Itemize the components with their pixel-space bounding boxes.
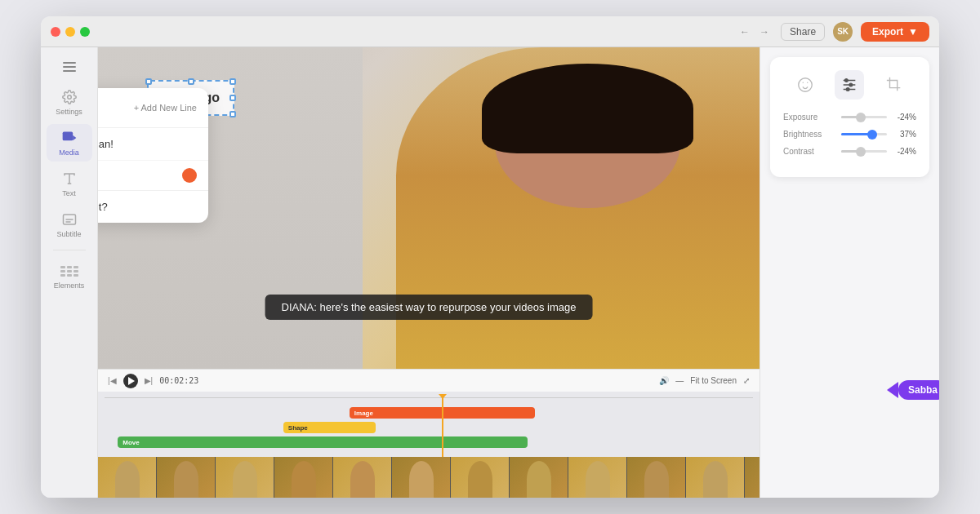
thumbnail-3[interactable] bbox=[216, 457, 274, 498]
exposure-fill bbox=[841, 116, 858, 118]
sidebar: Settings Media Text bbox=[41, 47, 98, 498]
sidebar-item-subtitle[interactable]: Subtitle bbox=[47, 206, 92, 243]
subtitle-text: DIANA: here's the easiest way to repurpo… bbox=[282, 301, 577, 313]
contrast-thumb[interactable] bbox=[856, 147, 866, 157]
contrast-label: Contrast bbox=[783, 147, 836, 156]
track-row-move: Move bbox=[98, 436, 760, 449]
brightness-slider[interactable] bbox=[841, 133, 887, 135]
tab-face[interactable] bbox=[791, 70, 820, 100]
exposure-value: -24% bbox=[892, 113, 916, 122]
hamburger-icon bbox=[60, 59, 79, 75]
timeline-tracks[interactable]: Image Shape Move bbox=[98, 392, 760, 457]
timeline-right-controls: 🔊 — Fit to Screen ⤢ bbox=[659, 376, 750, 385]
elements-icon bbox=[60, 262, 78, 280]
thumbnail-9[interactable] bbox=[568, 457, 627, 498]
thumbnail-8[interactable] bbox=[510, 457, 568, 498]
playhead-triangle bbox=[439, 394, 447, 399]
svg-point-14 bbox=[845, 79, 849, 82]
center-area: Logo Tim DIANA: here's th bbox=[98, 47, 760, 498]
resize-handle-tl[interactable] bbox=[145, 78, 152, 85]
fit-to-screen-label[interactable]: Fit to Screen bbox=[690, 376, 737, 385]
expand-icon[interactable]: ⤢ bbox=[743, 376, 750, 385]
thumbnail-12[interactable] bbox=[745, 457, 760, 498]
resize-handle-br[interactable] bbox=[229, 111, 236, 117]
close-button[interactable] bbox=[51, 27, 60, 37]
color-picker[interactable] bbox=[182, 168, 197, 183]
thumbnail-7[interactable] bbox=[451, 457, 510, 498]
track-row-shape: Shape bbox=[98, 421, 760, 434]
title-bar: ← → Share SK Export ▼ bbox=[41, 16, 939, 47]
thumbnail-5[interactable] bbox=[333, 457, 392, 498]
crop-icon bbox=[885, 76, 903, 94]
subtitle-format-bar: B I U S Color bbox=[98, 161, 208, 191]
svg-point-16 bbox=[847, 88, 850, 91]
track-clip-move[interactable]: Move bbox=[118, 436, 528, 448]
skip-forward-button[interactable]: ▶| bbox=[145, 376, 154, 385]
sidebar-item-settings[interactable]: Settings bbox=[47, 83, 92, 121]
text-icon bbox=[60, 170, 78, 188]
resize-handle-tm[interactable] bbox=[188, 78, 194, 85]
brightness-label: Brightness bbox=[783, 130, 836, 139]
thumbnail-11[interactable] bbox=[686, 457, 745, 498]
sidebar-item-elements[interactable]: Elements bbox=[47, 257, 92, 295]
person-hair bbox=[482, 64, 693, 153]
track-row-image: Image bbox=[98, 406, 760, 419]
exposure-thumb[interactable] bbox=[856, 113, 866, 122]
sidebar-hamburger[interactable] bbox=[47, 54, 92, 80]
nav-arrows: ← → bbox=[737, 24, 773, 40]
media-icon bbox=[60, 129, 78, 147]
svg-point-0 bbox=[67, 95, 71, 100]
exposure-row: Exposure -24% bbox=[783, 113, 916, 122]
subtitle-suffix: , man! bbox=[98, 138, 114, 150]
subtitle-line-2: STEFO: Haha... I know, right? bbox=[98, 191, 208, 223]
thumbnail-1[interactable] bbox=[98, 457, 157, 498]
skip-back-button[interactable]: |◀ bbox=[108, 376, 117, 385]
tab-sliders[interactable] bbox=[835, 70, 864, 100]
svg-point-15 bbox=[849, 83, 853, 86]
track-clip-shape[interactable]: Shape bbox=[283, 422, 376, 433]
svg-point-10 bbox=[799, 78, 813, 92]
resize-handle-mr[interactable] bbox=[229, 95, 236, 101]
adjust-card: Exposure -24% Brightness 37% bbox=[770, 57, 929, 177]
export-button[interactable]: Export ▼ bbox=[861, 22, 929, 42]
thumbnail-4[interactable] bbox=[274, 457, 333, 498]
contrast-row: Contrast -24% bbox=[783, 147, 916, 156]
sabba-label: Sabba bbox=[898, 380, 939, 400]
video-canvas[interactable]: Logo Tim DIANA: here's th bbox=[98, 47, 760, 369]
main-content: Settings Media Text bbox=[41, 47, 939, 498]
subtitle-bar: DIANA: here's the easiest way to repurpo… bbox=[265, 295, 593, 320]
subtitle-line2-text: STEFO: Haha... I know, right? bbox=[98, 201, 108, 213]
exposure-slider[interactable] bbox=[841, 116, 887, 118]
time-display: 00:02:23 bbox=[159, 376, 198, 385]
thumbnails-strip: + bbox=[98, 457, 760, 498]
brightness-fill bbox=[841, 133, 869, 135]
sabba-arrow-icon bbox=[887, 382, 898, 398]
sidebar-text-label: Text bbox=[62, 189, 76, 197]
contrast-slider[interactable] bbox=[841, 150, 887, 153]
sidebar-media-label: Media bbox=[59, 148, 79, 157]
minimize-button[interactable] bbox=[65, 27, 75, 37]
add-line-button[interactable]: + Add New Line bbox=[134, 103, 197, 113]
brightness-thumb[interactable] bbox=[867, 130, 877, 140]
thumbnail-10[interactable] bbox=[627, 457, 686, 498]
avatar: SK bbox=[833, 22, 853, 42]
sidebar-item-media[interactable]: Media bbox=[47, 124, 92, 162]
sidebar-item-text[interactable]: Text bbox=[47, 165, 92, 202]
subtitle-line-1: ALEC: This is awesome, man! bbox=[98, 128, 208, 161]
thumbnail-6[interactable] bbox=[392, 457, 451, 498]
thumbnail-2[interactable] bbox=[157, 457, 216, 498]
playhead[interactable] bbox=[442, 397, 443, 458]
share-button[interactable]: Share bbox=[781, 23, 825, 41]
tab-crop[interactable] bbox=[880, 70, 909, 100]
maximize-button[interactable] bbox=[80, 27, 90, 37]
resize-handle-tr[interactable] bbox=[229, 78, 236, 85]
svg-rect-1 bbox=[62, 132, 73, 141]
forward-arrow[interactable]: → bbox=[756, 24, 773, 40]
adjust-tabs bbox=[783, 70, 916, 100]
sidebar-elements-label: Elements bbox=[54, 281, 85, 290]
back-arrow[interactable]: ← bbox=[737, 24, 753, 40]
exposure-label: Exposure bbox=[783, 113, 836, 122]
play-button[interactable] bbox=[123, 374, 138, 388]
sidebar-divider bbox=[53, 250, 86, 250]
volume-icon[interactable]: 🔊 bbox=[659, 376, 669, 385]
